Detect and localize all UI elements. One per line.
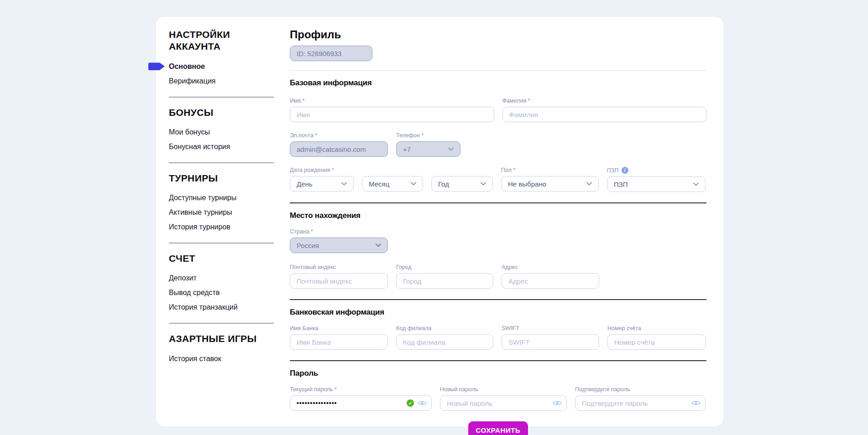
new-password-field-group: Новый пароль — [440, 386, 567, 411]
branch-code-label: Код филиала — [396, 325, 493, 331]
current-password-label: Текущий пароль * — [290, 386, 432, 393]
gender-label: Пол * — [501, 167, 599, 173]
confirm-password-field-group: Подтвердите пароль — [575, 386, 706, 411]
swift-field-group: SWIFT — [502, 325, 599, 350]
sidebar-item-label: Основное — [169, 62, 205, 70]
sidebar-section-tournaments: ТУРНИРЫ Доступные турниры Активные турни… — [169, 172, 274, 243]
eye-icon[interactable] — [418, 400, 427, 406]
sidebar-item-my-bonuses[interactable]: Мои бонусы — [169, 125, 274, 140]
divider — [290, 202, 706, 203]
country-label: Страна * — [290, 228, 388, 235]
sidebar-item-label: Вывод средств — [169, 289, 220, 296]
sidebar-heading-gambling: АЗАРТНЫЕ ИГРЫ — [169, 333, 260, 345]
sidebar-item-available-tournaments[interactable]: Доступные турниры — [169, 191, 274, 205]
phone-code-select: +7 — [396, 141, 460, 157]
info-icon[interactable]: i — [622, 167, 628, 174]
sidebar-heading-bonuses: БОНУСЫ — [169, 107, 260, 119]
save-button[interactable]: СОХРАНИТЬ — [468, 421, 528, 435]
birth-date-label: Дата рождения * — [290, 167, 354, 173]
birth-year-select[interactable]: Год — [431, 176, 493, 192]
sidebar-item-label: История ставок — [169, 355, 221, 362]
country-select: Россия — [290, 238, 388, 253]
last-name-input[interactable] — [502, 107, 707, 122]
sidebar-item-label: История турниров — [169, 223, 230, 231]
sidebar-item-bet-history[interactable]: История ставок — [169, 352, 274, 366]
sidebar-item-verification[interactable]: Верификация — [169, 74, 274, 88]
gender-select[interactable]: Не выбрано — [501, 176, 599, 192]
sidebar-item-main[interactable]: Основное — [169, 59, 274, 74]
gender-field-group: Пол * Не выбрано — [501, 167, 599, 192]
eye-icon[interactable] — [553, 400, 562, 406]
chevron-down-icon — [586, 182, 592, 186]
bank-name-input[interactable] — [290, 334, 388, 350]
account-number-input[interactable] — [607, 334, 706, 350]
sidebar-item-withdrawal[interactable]: Вывод средств — [169, 285, 274, 300]
city-input[interactable] — [396, 273, 493, 289]
divider — [290, 360, 706, 361]
birth-year-label — [431, 167, 493, 173]
bank-name-field-group: Имя Банка — [290, 325, 388, 350]
postal-code-input[interactable] — [290, 273, 388, 289]
new-password-input[interactable] — [440, 395, 567, 411]
active-item-arrow-icon — [148, 62, 165, 70]
last-name-field-group: Фамилия * — [502, 98, 707, 122]
sidebar-item-transaction-history[interactable]: История транзакций — [169, 300, 274, 315]
birth-month-label — [362, 167, 423, 173]
first-name-field-group: Имя * — [290, 98, 494, 122]
sidebar-section-bonuses: БОНУСЫ Мои бонусы Бонусная история — [169, 107, 274, 163]
eye-icon[interactable] — [691, 400, 701, 406]
sidebar-section-account: НАСТРОЙКИ АККАУНТА Основное Верификация — [169, 29, 274, 98]
birth-month-select[interactable]: Месяц — [362, 176, 423, 192]
first-name-label: Имя * — [290, 98, 494, 104]
city-label: Город — [396, 264, 493, 270]
confirm-password-input[interactable] — [575, 395, 706, 411]
email-input — [290, 141, 388, 157]
sidebar-item-label: Верификация — [169, 77, 216, 85]
section-heading-password: Пароль — [290, 369, 706, 378]
valid-check-icon: ✓ — [407, 399, 414, 407]
sidebar-item-deposit[interactable]: Депозит — [169, 271, 274, 285]
email-label: Эл.почта * — [290, 132, 388, 139]
user-id-field — [290, 46, 372, 61]
birth-day-field-group: Дата рождения * День — [290, 167, 354, 192]
section-heading-basic-info: Базовая информация — [290, 78, 706, 88]
sidebar-item-label: Активные турниры — [169, 208, 232, 216]
postal-code-field-group: Почтовый индекс — [290, 264, 388, 289]
chevron-down-icon — [341, 182, 347, 186]
swift-input[interactable] — [502, 334, 599, 350]
address-field-group: Адрес — [502, 264, 599, 289]
phone-label: Телефон * — [396, 132, 460, 139]
chevron-down-icon — [693, 182, 699, 186]
sidebar-section-gambling: АЗАРТНЫЕ ИГРЫ История ставок — [169, 333, 274, 374]
swift-label: SWIFT — [502, 325, 599, 331]
sidebar-item-tournament-history[interactable]: История турниров — [169, 220, 274, 234]
email-field-group: Эл.почта * — [290, 132, 388, 157]
sidebar-item-bonus-history[interactable]: Бонусная история — [169, 140, 274, 154]
sidebar-item-label: Мои бонусы — [169, 128, 210, 136]
city-field-group: Город — [396, 264, 493, 289]
account-settings-card: НАСТРОЙКИ АККАУНТА Основное Верификация … — [156, 17, 723, 426]
sidebar-section-account-money: СЧЕТ Депозит Вывод средств История транз… — [169, 253, 274, 324]
page-title: Профиль — [290, 28, 706, 41]
confirm-password-label: Подтвердите пароль — [575, 386, 706, 393]
birth-year-field-group: Год — [431, 167, 493, 192]
first-name-input[interactable] — [290, 107, 494, 122]
profile-content: Профиль Базовая информация Имя * Фамилия… — [290, 17, 706, 435]
account-number-field-group: Номер счёта — [607, 325, 706, 350]
pep-select[interactable]: ПЗП — [607, 176, 706, 192]
sidebar-item-active-tournaments[interactable]: Активные турниры — [169, 205, 274, 220]
branch-code-input[interactable] — [396, 334, 493, 350]
address-input[interactable] — [502, 273, 599, 289]
sidebar-heading-money: СЧЕТ — [169, 253, 260, 264]
country-field-group: Страна * Россия — [290, 228, 388, 253]
chevron-down-icon — [376, 243, 381, 247]
sidebar-heading-tournaments: ТУРНИРЫ — [169, 172, 260, 184]
section-heading-location: Место нахождения — [290, 211, 706, 220]
birth-day-select[interactable]: День — [290, 176, 354, 192]
account-number-label: Номер счёта — [607, 325, 706, 331]
sidebar-item-label: Депозит — [169, 274, 197, 282]
pep-field-group: ПЗП i ПЗП — [607, 167, 706, 192]
section-heading-bank: Банковская информация — [290, 308, 706, 317]
divider — [290, 299, 706, 300]
sidebar-item-label: История транзакций — [169, 303, 238, 311]
